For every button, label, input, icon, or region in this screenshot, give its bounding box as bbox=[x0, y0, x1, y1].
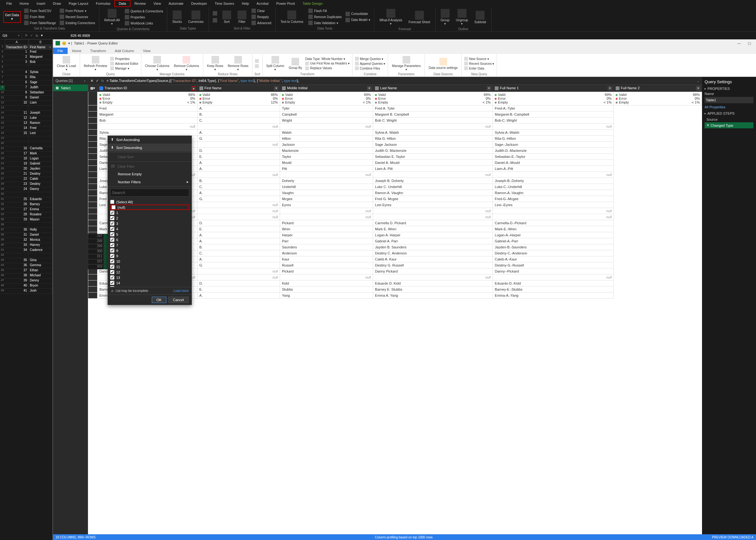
cell[interactable]: Margaret bbox=[29, 55, 53, 60]
cell[interactable]: null bbox=[197, 202, 280, 208]
refresh-all-button[interactable]: Refresh All▾ bbox=[102, 8, 122, 27]
recent-sources-button[interactable]: Recent Sources▾ bbox=[464, 61, 495, 66]
sheet-row[interactable]: 2116Carmella bbox=[0, 146, 53, 152]
cell[interactable]: 39 bbox=[5, 279, 29, 284]
combine-files-button[interactable]: Combine Files bbox=[354, 66, 386, 70]
group-by-button[interactable]: Group By bbox=[287, 57, 304, 70]
cell[interactable]: Campbell bbox=[280, 111, 373, 117]
cell[interactable]: Carmella-D.-Pickard bbox=[493, 220, 614, 226]
menu-data[interactable]: Data bbox=[114, 0, 131, 7]
cancel-icon[interactable]: ✕ bbox=[90, 79, 93, 83]
row-number[interactable]: 2 bbox=[0, 50, 5, 55]
select-all-cell[interactable] bbox=[0, 39, 5, 45]
row-number[interactable]: 28 bbox=[0, 182, 5, 187]
cell[interactable]: B. bbox=[197, 111, 280, 117]
menu-draw[interactable]: Draw bbox=[49, 0, 65, 7]
sheet-row[interactable]: 4335Gina bbox=[0, 258, 53, 263]
cell[interactable]: Jayden-B.-Saunders bbox=[493, 244, 614, 250]
collapse-icon[interactable]: ‹ bbox=[84, 79, 85, 82]
row-index[interactable] bbox=[88, 190, 97, 196]
name-box[interactable]: G9▾ bbox=[0, 33, 22, 38]
sheet-row[interactable]: 4436Gemma bbox=[0, 263, 53, 268]
row-index[interactable]: 333 bbox=[88, 264, 104, 269]
cell[interactable]: Danny--Pickard bbox=[493, 268, 614, 274]
menu-home[interactable]: Home bbox=[16, 0, 33, 7]
accept-icon[interactable]: ✓ bbox=[30, 33, 33, 38]
menu-review[interactable]: Review bbox=[131, 0, 150, 7]
cell[interactable]: null bbox=[197, 124, 280, 130]
row-number[interactable]: 1 bbox=[0, 45, 5, 50]
row-index[interactable] bbox=[88, 160, 97, 166]
col-first-name[interactable]: First Name▾ bbox=[197, 85, 280, 92]
accept-icon[interactable]: ✓ bbox=[96, 79, 99, 83]
cell[interactable]: Mark-E.-Wren bbox=[493, 226, 614, 232]
query-item[interactable]: ▦Table1 bbox=[53, 84, 88, 91]
cell[interactable]: Kidd bbox=[280, 281, 373, 287]
sheet-row[interactable]: 20 bbox=[0, 141, 53, 146]
row-number[interactable]: 24 bbox=[0, 162, 5, 167]
filter-value-checkbox[interactable]: 3 bbox=[110, 221, 189, 226]
cell[interactable]: Sylvia bbox=[97, 130, 197, 136]
cell[interactable]: 35 bbox=[5, 258, 29, 263]
menu-insert[interactable]: Insert bbox=[33, 0, 49, 7]
remove-rows-button[interactable]: Remove Rows▾ bbox=[226, 55, 250, 72]
cell[interactable]: 36 bbox=[5, 263, 29, 268]
cell[interactable]: Caleb-A.-Kaur bbox=[493, 256, 614, 262]
sheet-row[interactable]: 1714Fred bbox=[0, 126, 53, 131]
sort-ascending-item[interactable]: ⬆Sort Ascending bbox=[108, 136, 192, 144]
cell[interactable]: A. bbox=[197, 256, 280, 262]
row-number[interactable]: 36 bbox=[0, 223, 5, 228]
sheet-row[interactable]: 2217Mark bbox=[0, 152, 53, 157]
row-number[interactable]: 15 bbox=[0, 116, 5, 121]
cell[interactable]: Sage bbox=[29, 80, 53, 85]
cell[interactable]: Judith bbox=[29, 85, 53, 90]
sheet-row[interactable]: 2924Danny bbox=[0, 187, 53, 192]
cell[interactable]: Bob bbox=[29, 60, 53, 65]
cell[interactable]: null bbox=[197, 214, 280, 220]
cell[interactable]: Danny bbox=[29, 187, 53, 192]
filter-value-checkbox[interactable]: 14 bbox=[110, 280, 189, 286]
row-index[interactable] bbox=[88, 111, 97, 117]
cell[interactable]: 40 bbox=[5, 284, 29, 289]
sheet-row[interactable]: 19 bbox=[0, 136, 53, 141]
cell[interactable] bbox=[5, 223, 29, 228]
pq-tab-file[interactable]: File bbox=[53, 48, 68, 54]
cell[interactable] bbox=[29, 141, 53, 146]
sheet-row[interactable]: 4739Denny bbox=[0, 279, 53, 284]
cell[interactable]: 11 bbox=[5, 111, 29, 116]
cancel-icon[interactable]: ✕ bbox=[25, 33, 28, 38]
cell[interactable]: G. bbox=[197, 196, 280, 202]
row-number[interactable]: 44 bbox=[0, 263, 5, 268]
cell[interactable]: Bob-C.-Wright bbox=[493, 117, 614, 124]
cell[interactable]: Bob C. Wright bbox=[373, 117, 493, 124]
cell[interactable]: Logan A. Harper bbox=[373, 232, 493, 238]
sort-descending-item[interactable]: ⬇Sort Descending bbox=[108, 144, 192, 152]
cell[interactable]: Sylvia A. Walsh bbox=[373, 130, 493, 136]
data-row[interactable]: FredA.TylerFred A. TylerFred-A.-Tyler bbox=[88, 105, 702, 111]
cell[interactable]: 32 bbox=[5, 238, 29, 243]
cell[interactable]: Caleb bbox=[29, 177, 53, 182]
cell[interactable]: A. bbox=[197, 190, 280, 196]
cell[interactable]: Emma bbox=[29, 207, 53, 212]
cell[interactable]: null bbox=[373, 274, 493, 281]
cell[interactable]: 6 bbox=[5, 80, 29, 85]
sheet-row[interactable]: 1613Ramon bbox=[0, 121, 53, 126]
header-transaction-id[interactable]: Transaction ID▾ bbox=[5, 45, 29, 50]
cell[interactable]: 29 bbox=[5, 217, 29, 223]
cell[interactable]: Jayden bbox=[29, 167, 53, 172]
cell[interactable] bbox=[29, 223, 53, 228]
column-filter-dropdown[interactable]: ▾ bbox=[608, 86, 612, 90]
row-number[interactable]: 13 bbox=[0, 106, 5, 111]
row-index[interactable] bbox=[88, 202, 97, 208]
row-index[interactable] bbox=[88, 226, 97, 232]
menu-page-layout[interactable]: Page Layout bbox=[65, 0, 92, 7]
flash-fill-button[interactable]: Flash Fill bbox=[307, 8, 343, 14]
row-index[interactable] bbox=[88, 196, 97, 202]
cell[interactable]: 22 bbox=[5, 177, 29, 182]
cell[interactable]: Holly bbox=[29, 228, 53, 233]
cell[interactable]: Ramon bbox=[29, 121, 53, 126]
maximize-button[interactable]: ▢ bbox=[745, 41, 753, 46]
cell[interactable]: C. bbox=[197, 184, 280, 190]
cell[interactable]: Lexi--Eyres bbox=[493, 202, 614, 208]
whatif-button[interactable]: What-If Analysis▾ bbox=[377, 8, 405, 27]
